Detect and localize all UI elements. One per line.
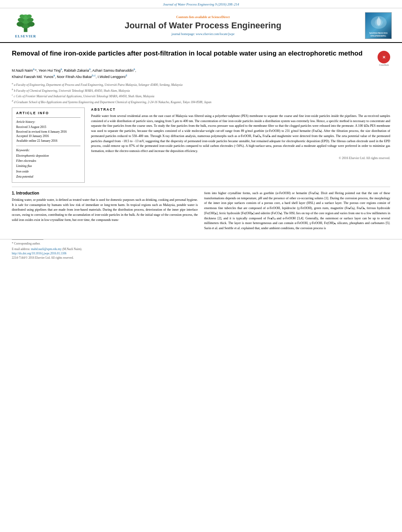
article-info-title: ARTICLE INFO — [16, 111, 80, 115]
journal-cover-logo: Water ProcessENGINEERING — [363, 12, 394, 39]
section-divider — [12, 187, 390, 187]
keyword-1: Electrophoretic deposition — [16, 153, 80, 158]
intro-col-left: 1. Introduction Drinking water, or potab… — [12, 191, 198, 231]
journal-reference-text: Journal of Water Process Engineering 9 (… — [163, 2, 239, 6]
crossmark-icon: ✕ — [382, 55, 385, 59]
introduction-section: 1. Introduction Drinking water, or potab… — [12, 191, 390, 231]
email-link[interactable]: mahd.nazli@upm.edu.my — [31, 247, 62, 251]
crossmark-label: CrossMark — [378, 64, 390, 66]
journal-cover-image: Water ProcessENGINEERING — [365, 12, 392, 39]
footer-divider — [12, 239, 43, 240]
journal-header: ELSEVIER Contents lists available at Sci… — [0, 8, 402, 43]
info-abstract-section: ARTICLE INFO Article history: Received 3… — [12, 108, 390, 183]
keyword-4: Iron oxide — [16, 169, 80, 174]
affiliation-d: d d Graduate School of Bio-Applications … — [12, 99, 390, 105]
footer-copyright: 2214-7144/© 2016 Elsevier Ltd. All right… — [12, 256, 390, 260]
article-history-label: Article history: — [16, 120, 80, 124]
affiliation-b: b b Faculty of Chemical Engineering, Uni… — [12, 87, 390, 93]
journal-title: Journal of Water Process Engineering — [48, 20, 358, 31]
crossmark-badge[interactable]: ✕ CrossMark — [378, 51, 390, 63]
keywords-label: Keywords: — [16, 148, 80, 152]
keywords-list: Electrophoretic deposition Fibre electro… — [16, 153, 80, 179]
keyword-5: Zeta potential — [16, 174, 80, 179]
keyword-3: Limiting flux — [16, 163, 80, 169]
homepage-url[interactable]: www.elsevier.com/locate/jwpe — [196, 32, 234, 36]
received-date: Received 3 August 2015 — [16, 125, 80, 130]
sciencedirect-notice: Contents lists available at ScienceDirec… — [48, 15, 358, 19]
authors-line: M.Nazli Naima,*, Yeon Hui Tinga, Rabitah… — [12, 67, 390, 80]
affiliations-section: a a Faculty of Engineering, Department o… — [12, 82, 390, 104]
affiliation-a: a a Faculty of Engineering, Department o… — [12, 82, 390, 87]
revised-date: Received in revised form 4 January 2016 — [16, 130, 80, 134]
article-info-box: ARTICLE INFO Article history: Received 3… — [12, 108, 85, 183]
sciencedirect-link[interactable]: ScienceDirect — [211, 15, 230, 19]
svg-point-8 — [20, 14, 25, 18]
elsevier-logo-section: ELSEVIER — [8, 13, 43, 38]
intro-col-right: form into higher crystalline forms, such… — [204, 191, 390, 231]
article-title-section: Removal of fine iron-oxide particles aft… — [12, 49, 390, 63]
elsevier-label: ELSEVIER — [15, 34, 36, 38]
cover-text: Water ProcessENGINEERING — [367, 32, 390, 37]
article-content: Removal of fine iron-oxide particles aft… — [0, 43, 402, 235]
email-line: E-mail address: mahd.nazli@upm.edu.my (M… — [12, 247, 390, 251]
accepted-date: Accepted 10 January 2016 — [16, 134, 80, 139]
footer-section: * Corresponding author. E-mail address: … — [0, 239, 402, 263]
info-divider-1 — [16, 117, 80, 118]
keyword-2: Fibre electrodes — [16, 158, 80, 163]
svg-point-9 — [27, 14, 32, 18]
abstract-title: ABSTRACT — [91, 108, 390, 111]
abstract-column: ABSTRACT Potable water from several resi… — [91, 108, 390, 183]
abstract-text: Potable water from several residential a… — [91, 114, 390, 154]
journal-reference-bar: Journal of Water Process Engineering 9 (… — [0, 0, 402, 8]
page: Journal of Water Process Engineering 9 (… — [0, 0, 402, 532]
doi-line[interactable]: http://dx.doi.org/10.1016/j.jwpe.2016.01… — [12, 252, 390, 255]
journal-title-section: Contents lists available at ScienceDirec… — [48, 15, 358, 36]
intro-heading: 1. Introduction — [12, 191, 198, 195]
corresponding-author-note: * Corresponding author. — [12, 242, 390, 245]
intro-text-left: Drinking water, or potable water, is def… — [12, 198, 198, 223]
abstract-copyright: © 2016 Elsevier Ltd. All rights reserved… — [91, 156, 390, 160]
journal-homepage: journal homepage: www.elsevier.com/locat… — [48, 32, 358, 36]
info-divider-2 — [16, 146, 80, 146]
article-title: Removal of fine iron-oxide particles aft… — [12, 49, 374, 58]
intro-text-right: form into higher crystalline forms, such… — [204, 191, 390, 231]
elsevier-tree-icon — [12, 13, 39, 33]
affiliation-c: c c Cols of Frontier Material and Indust… — [12, 93, 390, 99]
online-date: Available online 22 January 2016 — [16, 139, 80, 143]
article-info-column: ARTICLE INFO Article history: Received 3… — [12, 108, 85, 183]
